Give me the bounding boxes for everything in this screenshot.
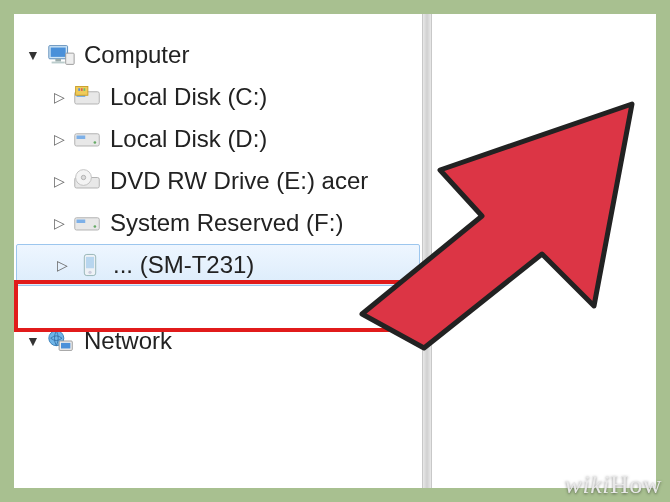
- spacer: [14, 286, 422, 320]
- content-pane: [432, 14, 656, 488]
- svg-rect-12: [77, 136, 86, 140]
- tree-node-computer[interactable]: ▼ Computer: [14, 34, 422, 76]
- expand-arrow-icon[interactable]: ▷: [52, 215, 66, 231]
- svg-rect-2: [55, 59, 61, 62]
- expand-arrow-icon[interactable]: ▷: [55, 257, 69, 273]
- navigation-pane: ▼ Computer ▷: [14, 14, 422, 488]
- tree-node-dvd-drive[interactable]: ▷ DVD RW Drive (E:) acer: [14, 160, 422, 202]
- svg-rect-9: [81, 88, 83, 91]
- svg-rect-18: [77, 220, 86, 224]
- tree-node-local-disk-d[interactable]: ▷ Local Disk (D:): [14, 118, 422, 160]
- svg-rect-25: [61, 343, 70, 349]
- svg-point-13: [94, 141, 97, 144]
- drive-icon: [72, 208, 102, 238]
- tree-label: System Reserved (F:): [110, 209, 343, 237]
- tree-node-system-reserved[interactable]: ▷ System Reserved (F:): [14, 202, 422, 244]
- drive-c-icon: [72, 82, 102, 112]
- svg-rect-1: [51, 48, 66, 57]
- tree-label: Local Disk (C:): [110, 83, 267, 111]
- expand-arrow-icon[interactable]: ▷: [52, 131, 66, 147]
- mobile-device-icon: [75, 250, 105, 280]
- svg-rect-10: [84, 88, 86, 91]
- tree-node-network[interactable]: ▼ Network: [14, 320, 422, 362]
- svg-rect-4: [66, 53, 74, 64]
- expand-arrow-icon[interactable]: ▷: [52, 173, 66, 189]
- tree-node-device-sm-t231[interactable]: ▷ ... (SM-T231): [16, 244, 420, 286]
- dvd-drive-icon: [72, 166, 102, 196]
- tree-label: Network: [84, 327, 172, 355]
- tree-label: ... (SM-T231): [113, 251, 254, 279]
- svg-point-19: [94, 225, 97, 228]
- svg-rect-21: [86, 257, 94, 268]
- svg-point-22: [88, 271, 91, 274]
- svg-rect-3: [52, 62, 65, 64]
- expand-arrow-icon[interactable]: ▼: [26, 47, 40, 63]
- tree-label: Computer: [84, 41, 189, 69]
- pane-divider[interactable]: [422, 14, 432, 488]
- tree-label: Local Disk (D:): [110, 125, 267, 153]
- explorer-window: ▼ Computer ▷: [14, 14, 656, 488]
- expand-arrow-icon[interactable]: ▷: [52, 89, 66, 105]
- svg-rect-8: [78, 88, 80, 91]
- computer-icon: [46, 40, 76, 70]
- network-icon: [46, 326, 76, 356]
- svg-point-16: [81, 175, 85, 179]
- expand-arrow-icon[interactable]: ▼: [26, 333, 40, 349]
- drive-icon: [72, 124, 102, 154]
- tree-node-local-disk-c[interactable]: ▷ Local Disk (C:): [14, 76, 422, 118]
- watermark: wikiHow: [565, 470, 662, 500]
- tree-label: DVD RW Drive (E:) acer: [110, 167, 368, 195]
